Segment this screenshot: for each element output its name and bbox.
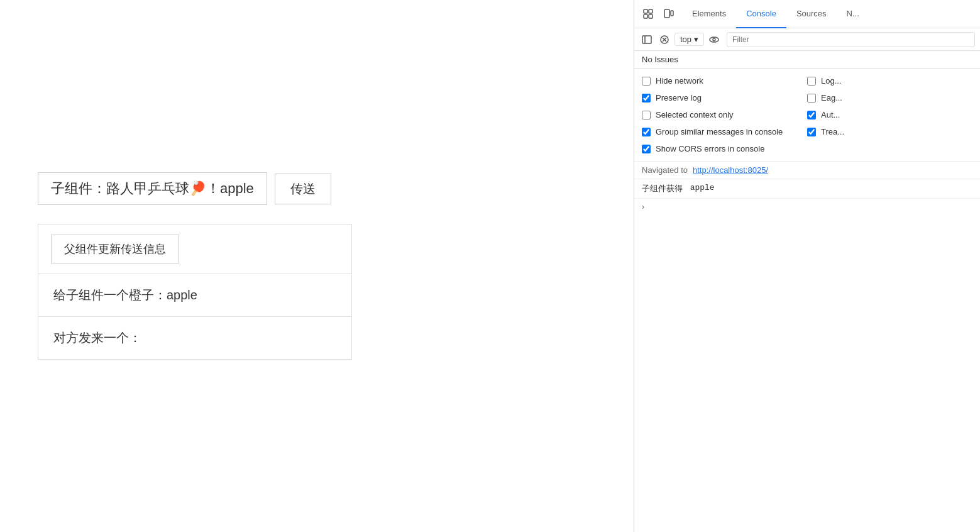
group-similar-checkbox[interactable] (642, 128, 651, 136)
navigated-link[interactable]: http://localhost:8025/ (693, 165, 768, 175)
main-page: 子组件：路人甲乒乓球🏓！apple 传送 父组件更新传送信息 给子组件一个橙子：… (0, 0, 634, 532)
log-xhr-row: Log... (807, 74, 972, 88)
group-similar-row: Group similar messages in console (642, 125, 807, 139)
trea-checkbox[interactable] (807, 128, 816, 136)
svg-rect-6 (642, 36, 651, 43)
svg-rect-1 (649, 9, 652, 13)
console-output[interactable]: Navigated to http://localhost:8025/ 子组件获… (634, 162, 980, 532)
child-component-display: 子组件：路人甲乒乓球🏓！apple (38, 172, 267, 205)
svg-point-12 (713, 38, 715, 41)
svg-point-11 (710, 37, 718, 42)
device-toolbar-icon[interactable] (659, 5, 677, 23)
group-similar-label: Group similar messages in console (656, 127, 783, 136)
console-log-child: 子组件获得 apple (634, 179, 980, 199)
aut-label: Aut... (821, 110, 840, 119)
prompt-chevron-icon: › (642, 202, 644, 211)
parent-update-button[interactable]: 父组件更新传送信息 (51, 235, 179, 263)
hide-network-label: Hide network (656, 76, 703, 86)
navigated-text: Navigated to (642, 165, 688, 175)
child-emoji: 🏓 (189, 180, 206, 196)
received-row: 对方发来一个： (38, 317, 351, 359)
console-prompt-row[interactable]: › (634, 199, 980, 215)
svg-rect-4 (664, 9, 669, 18)
log-checkbox[interactable] (807, 77, 816, 86)
devtools-panel: Elements Console Sources N... (634, 0, 980, 532)
context-selector[interactable]: top ▾ (674, 33, 704, 46)
parent-box: 父组件更新传送信息 给子组件一个橙子：apple 对方发来一个： (38, 224, 352, 360)
selected-context-checkbox[interactable] (642, 111, 651, 119)
send-button[interactable]: 传送 (275, 174, 331, 204)
aut-row: Aut... (807, 108, 972, 122)
clear-console-icon[interactable] (657, 32, 672, 47)
child-component-label: 子组件：路人甲乒乓球 (51, 180, 189, 196)
console-settings-icon[interactable] (707, 32, 722, 47)
parent-update-button-row: 父组件更新传送信息 (38, 224, 351, 274)
show-cors-row: Show CORS errors in console (642, 141, 807, 156)
svg-rect-5 (671, 11, 673, 16)
tab-sources[interactable]: Sources (786, 0, 837, 28)
selected-context-row: Selected context only (642, 108, 807, 122)
devtools-tabs: Elements Console Sources N... (682, 0, 869, 28)
child-component-value: ！apple (206, 180, 254, 196)
child-component-row: 子组件：路人甲乒乓球🏓！apple 传送 (38, 172, 331, 205)
tab-elements[interactable]: Elements (682, 0, 736, 28)
show-cors-label: Show CORS errors in console (656, 144, 764, 153)
preserve-log-row: Preserve log (642, 91, 807, 105)
chevron-down-icon: ▾ (694, 35, 698, 44)
eager-row: Eag... (807, 91, 972, 105)
show-cors-checkbox[interactable] (642, 145, 651, 153)
trea-row: Trea... (807, 125, 972, 139)
log-label: Log... (821, 76, 842, 86)
preserve-log-checkbox[interactable] (642, 94, 651, 103)
preserve-log-label: Preserve log (656, 93, 702, 103)
hide-network-row: Hide network (642, 74, 807, 88)
child-log-value: apple (690, 183, 715, 192)
svg-rect-0 (644, 9, 647, 13)
eager-checkbox[interactable] (807, 94, 816, 103)
svg-rect-3 (649, 14, 652, 18)
console-log-navigated: Navigated to http://localhost:8025/ (634, 162, 980, 179)
hide-network-checkbox[interactable] (642, 77, 651, 86)
child-log-prefix: 子组件获得 (642, 183, 685, 194)
tab-network[interactable]: N... (837, 0, 869, 28)
eager-label: Eag... (821, 93, 842, 103)
tab-console[interactable]: Console (736, 0, 786, 28)
svg-rect-2 (644, 14, 647, 18)
orange-row: 给子组件一个橙子：apple (38, 274, 351, 317)
trea-label: Trea... (821, 127, 844, 136)
issues-bar: No Issues (634, 51, 980, 69)
issues-label: No Issues (642, 55, 678, 64)
console-settings-checkboxes: Hide network Log... Preserve log Eag... … (634, 69, 980, 162)
selected-context-label: Selected context only (656, 110, 734, 119)
console-sidebar-icon[interactable] (639, 32, 654, 47)
console-toolbar: top ▾ (634, 28, 980, 51)
inspect-element-icon[interactable] (639, 5, 657, 23)
console-filter-input[interactable] (727, 32, 975, 47)
devtools-toolbar: Elements Console Sources N... (634, 0, 980, 28)
aut-checkbox[interactable] (807, 111, 816, 119)
